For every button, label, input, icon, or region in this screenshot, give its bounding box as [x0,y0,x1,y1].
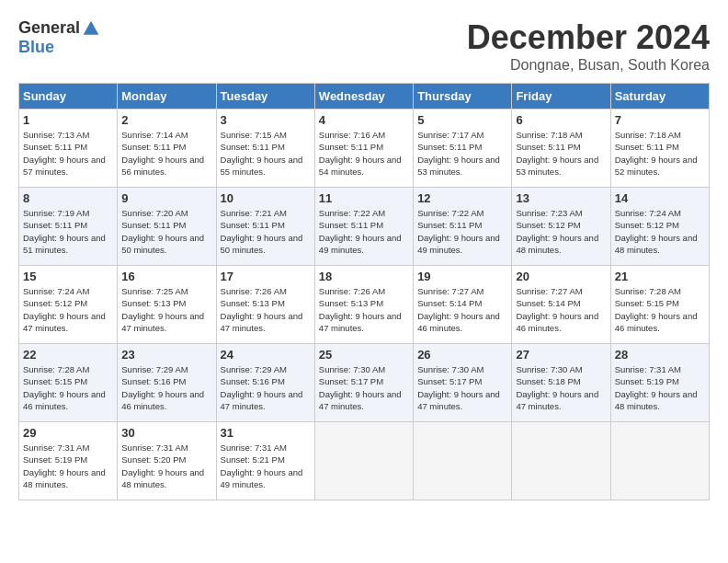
day-info: Sunrise: 7:29 AM Sunset: 5:16 PM Dayligh… [121,363,211,412]
day-number: 21 [615,270,705,283]
day-number: 16 [121,270,211,283]
day-info: Sunrise: 7:28 AM Sunset: 5:15 PM Dayligh… [615,285,705,334]
day-info: Sunrise: 7:25 AM Sunset: 5:13 PM Dayligh… [121,285,211,334]
day-cell: 11Sunrise: 7:22 AM Sunset: 5:11 PM Dayli… [314,188,413,266]
day-info: Sunrise: 7:31 AM Sunset: 5:19 PM Dayligh… [615,363,705,412]
day-cell: 18Sunrise: 7:26 AM Sunset: 5:13 PM Dayli… [314,266,413,344]
week-row-3: 15Sunrise: 7:24 AM Sunset: 5:12 PM Dayli… [19,266,710,344]
day-number: 9 [121,191,211,205]
header-thursday: Thursday [414,84,512,109]
day-number: 25 [319,348,409,362]
day-number: 30 [121,426,211,440]
day-cell: 9Sunrise: 7:20 AM Sunset: 5:11 PM Daylig… [118,188,216,266]
day-cell: 29Sunrise: 7:31 AM Sunset: 5:19 PM Dayli… [19,422,118,500]
day-cell: 30Sunrise: 7:31 AM Sunset: 5:20 PM Dayli… [118,422,216,500]
day-number: 14 [615,191,705,205]
day-number: 26 [417,348,507,362]
day-info: Sunrise: 7:24 AM Sunset: 5:12 PM Dayligh… [615,207,705,256]
day-info: Sunrise: 7:20 AM Sunset: 5:11 PM Dayligh… [121,207,211,256]
day-number: 4 [319,113,409,127]
day-info: Sunrise: 7:15 AM Sunset: 5:11 PM Dayligh… [221,129,311,178]
day-number: 13 [516,191,606,205]
day-info: Sunrise: 7:18 AM Sunset: 5:11 PM Dayligh… [516,129,606,178]
day-cell: 4Sunrise: 7:16 AM Sunset: 5:11 PM Daylig… [314,109,413,188]
day-info: Sunrise: 7:29 AM Sunset: 5:16 PM Dayligh… [221,363,311,412]
logo: General Blue [18,18,100,57]
week-row-1: 1Sunrise: 7:13 AM Sunset: 5:11 PM Daylig… [19,109,710,188]
day-number: 1 [23,113,113,127]
day-cell: 19Sunrise: 7:27 AM Sunset: 5:14 PM Dayli… [414,266,512,344]
day-cell [610,422,709,500]
day-info: Sunrise: 7:22 AM Sunset: 5:11 PM Dayligh… [417,207,507,256]
day-info: Sunrise: 7:23 AM Sunset: 5:12 PM Dayligh… [516,207,606,256]
month-title: December 2024 [467,18,710,57]
day-cell: 7Sunrise: 7:18 AM Sunset: 5:11 PM Daylig… [610,109,709,188]
day-number: 7 [615,113,705,127]
location: Dongnae, Busan, South Korea [467,57,710,74]
day-number: 17 [221,270,311,283]
day-info: Sunrise: 7:17 AM Sunset: 5:11 PM Dayligh… [417,129,507,178]
day-number: 28 [615,348,705,362]
day-number: 12 [417,191,507,205]
day-number: 5 [417,113,507,127]
day-info: Sunrise: 7:19 AM Sunset: 5:11 PM Dayligh… [23,207,113,256]
day-number: 15 [23,270,113,283]
week-row-2: 8Sunrise: 7:19 AM Sunset: 5:11 PM Daylig… [19,188,710,266]
header-monday: Monday [118,84,216,109]
day-info: Sunrise: 7:21 AM Sunset: 5:11 PM Dayligh… [221,207,311,256]
day-number: 19 [417,270,507,283]
header-friday: Friday [512,84,610,109]
day-number: 23 [121,348,211,362]
day-cell: 15Sunrise: 7:24 AM Sunset: 5:12 PM Dayli… [19,266,118,344]
day-cell [414,422,512,500]
day-cell: 31Sunrise: 7:31 AM Sunset: 5:21 PM Dayli… [216,422,314,500]
page-header: General Blue December 2024 Dongnae, Busa… [18,18,710,74]
day-info: Sunrise: 7:16 AM Sunset: 5:11 PM Dayligh… [319,129,409,178]
day-cell: 6Sunrise: 7:18 AM Sunset: 5:11 PM Daylig… [512,109,610,188]
day-cell: 17Sunrise: 7:26 AM Sunset: 5:13 PM Dayli… [216,266,314,344]
day-number: 3 [221,113,311,127]
day-number: 22 [23,348,113,362]
day-cell: 10Sunrise: 7:21 AM Sunset: 5:11 PM Dayli… [216,188,314,266]
header-sunday: Sunday [19,84,118,109]
week-row-5: 29Sunrise: 7:31 AM Sunset: 5:19 PM Dayli… [19,422,710,500]
day-info: Sunrise: 7:28 AM Sunset: 5:15 PM Dayligh… [23,363,113,412]
day-info: Sunrise: 7:22 AM Sunset: 5:11 PM Dayligh… [319,207,409,256]
header-tuesday: Tuesday [216,84,314,109]
day-cell: 26Sunrise: 7:30 AM Sunset: 5:17 PM Dayli… [414,344,512,422]
day-number: 10 [221,191,311,205]
day-cell: 8Sunrise: 7:19 AM Sunset: 5:11 PM Daylig… [19,188,118,266]
day-info: Sunrise: 7:30 AM Sunset: 5:18 PM Dayligh… [516,363,606,412]
logo-general: General [18,18,80,38]
day-number: 8 [23,191,113,205]
day-number: 11 [319,191,409,205]
day-info: Sunrise: 7:27 AM Sunset: 5:14 PM Dayligh… [417,285,507,334]
day-number: 31 [221,426,311,440]
day-number: 18 [319,270,409,283]
header-row: SundayMondayTuesdayWednesdayThursdayFrid… [19,84,710,109]
header-wednesday: Wednesday [314,84,413,109]
day-info: Sunrise: 7:27 AM Sunset: 5:14 PM Dayligh… [516,285,606,334]
day-info: Sunrise: 7:26 AM Sunset: 5:13 PM Dayligh… [221,285,311,334]
day-number: 27 [516,348,606,362]
day-cell: 27Sunrise: 7:30 AM Sunset: 5:18 PM Dayli… [512,344,610,422]
title-section: December 2024 Dongnae, Busan, South Kore… [467,18,710,74]
day-info: Sunrise: 7:24 AM Sunset: 5:12 PM Dayligh… [23,285,113,334]
day-cell: 13Sunrise: 7:23 AM Sunset: 5:12 PM Dayli… [512,188,610,266]
logo-icon [82,19,100,38]
day-info: Sunrise: 7:31 AM Sunset: 5:20 PM Dayligh… [121,442,211,490]
day-info: Sunrise: 7:31 AM Sunset: 5:21 PM Dayligh… [221,442,311,490]
week-row-4: 22Sunrise: 7:28 AM Sunset: 5:15 PM Dayli… [19,344,710,422]
day-cell: 21Sunrise: 7:28 AM Sunset: 5:15 PM Dayli… [610,266,709,344]
day-info: Sunrise: 7:14 AM Sunset: 5:11 PM Dayligh… [121,129,211,178]
day-number: 6 [516,113,606,127]
day-info: Sunrise: 7:18 AM Sunset: 5:11 PM Dayligh… [615,129,705,178]
day-cell: 25Sunrise: 7:30 AM Sunset: 5:17 PM Dayli… [314,344,413,422]
day-cell [314,422,413,500]
day-number: 2 [121,113,211,127]
day-cell: 5Sunrise: 7:17 AM Sunset: 5:11 PM Daylig… [414,109,512,188]
day-cell: 16Sunrise: 7:25 AM Sunset: 5:13 PM Dayli… [118,266,216,344]
logo-blue: Blue [18,38,54,57]
day-number: 24 [221,348,311,362]
day-cell [512,422,610,500]
